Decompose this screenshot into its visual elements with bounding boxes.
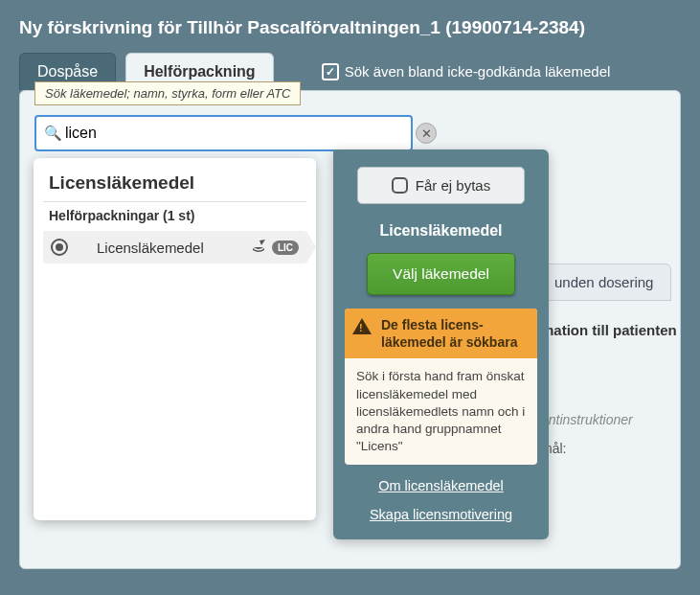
no-substitution-label: Får ej bytas [416, 177, 490, 194]
result-item-licenslakemedel[interactable]: Licensläkemedel LIC [43, 231, 306, 263]
search-nonapproved-checkbox[interactable]: ✓ Sök även bland icke-godkända läkemedel [322, 63, 611, 80]
window-title: Ny förskrivning för Tillhör Pascalförval… [0, 0, 700, 53]
info-panel-title: Licensläkemedel [345, 222, 537, 240]
warning-body: Sök i första hand fram önskat licensläke… [345, 358, 537, 465]
search-results-dropdown: Licensläkemedel Helförpackningar (1 st) … [34, 158, 316, 520]
radio-selected-icon [51, 239, 68, 256]
lic-badge: LIC [272, 240, 299, 255]
search-input[interactable] [34, 115, 413, 151]
clear-search-button[interactable]: ✕ [416, 123, 437, 144]
no-substitution-toggle[interactable]: Får ej bytas [357, 167, 525, 204]
search-tooltip: Sök läkemedel; namn, styrka, form eller … [34, 81, 301, 105]
bg-placeholder: entinstruktioner [541, 412, 633, 427]
warning-box: De flesta licens­läkemedel är sökbara Sö… [345, 309, 537, 465]
warning-triangle-icon [352, 318, 372, 334]
bg-tab-dosering[interactable]: unden dosering [536, 263, 671, 301]
mortar-pestle-icon [251, 240, 266, 256]
dropdown-subheader: Helförpackningar (1 st) [43, 201, 306, 231]
checkmark-icon: ✓ [322, 63, 339, 80]
warning-heading: De flesta licens­läkemedel är sökbara [345, 309, 537, 358]
medication-info-panel: Får ej bytas Licensläkemedel Välj läkeme… [333, 149, 549, 539]
dropdown-title: Licensläkemedel [43, 170, 306, 201]
create-motivation-link[interactable]: Skapa licensmotivering [345, 507, 537, 522]
checkbox-text: Sök även bland icke-godkända läkemedel [345, 63, 611, 80]
bg-section-heading: mation till patienten [541, 322, 677, 338]
result-item-label: Licensläkemedel [97, 240, 246, 256]
search-icon: 🔍 [44, 125, 62, 142]
choose-medication-button[interactable]: Välj läkemedel [367, 253, 515, 295]
about-license-link[interactable]: Om licensläkemedel [345, 478, 537, 493]
checkbox-empty-icon [392, 177, 408, 194]
